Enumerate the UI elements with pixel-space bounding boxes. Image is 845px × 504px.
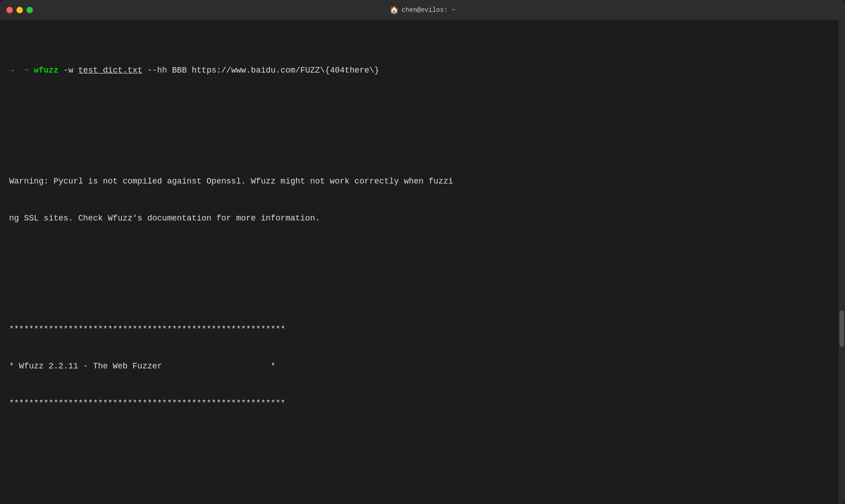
titlebar-title: 🏠 chen@evilos: ~	[390, 5, 455, 15]
prompt-tilde: ~	[24, 66, 29, 75]
scrollbar-thumb[interactable]	[840, 310, 844, 347]
titlebar: 🏠 chen@evilos: ~	[0, 0, 845, 20]
home-icon: 🏠	[390, 5, 399, 15]
banner-line3: ****************************************…	[9, 397, 836, 410]
banner-line1: ****************************************…	[9, 323, 836, 336]
cmd-wfuzz: wfuzz	[34, 66, 58, 75]
cmd-flag-w: -w	[58, 66, 78, 75]
prompt-arrow: →	[9, 66, 14, 75]
banner-line2: * Wfuzz 2.2.11 - The Web Fuzzer *	[9, 360, 836, 373]
warning-line2: ng SSL sites. Check Wfuzz's documentatio…	[9, 212, 836, 225]
minimize-button[interactable]	[16, 7, 23, 13]
terminal-body[interactable]: → ~ wfuzz -w test_dict.txt --hh BBB http…	[0, 20, 845, 504]
cmd-flag-hh: --hh BBB https://www.baidu.com/FUZZ\{404…	[143, 66, 379, 75]
terminal-window: 🏠 chen@evilos: ~ → ~ wfuzz -w test_dict.…	[0, 0, 845, 504]
command-line: → ~ wfuzz -w test_dict.txt --hh BBB http…	[9, 64, 836, 77]
traffic-lights	[6, 7, 33, 13]
warning-line1: Warning: Pycurl is not compiled against …	[9, 175, 836, 188]
terminal-content: → ~ wfuzz -w test_dict.txt --hh BBB http…	[9, 27, 836, 504]
close-button[interactable]	[6, 7, 13, 13]
scrollbar[interactable]	[839, 20, 845, 504]
cmd-wordlist: test_dict.txt	[78, 66, 142, 75]
window-title: chen@evilos: ~	[401, 6, 455, 14]
maximize-button[interactable]	[26, 7, 33, 13]
